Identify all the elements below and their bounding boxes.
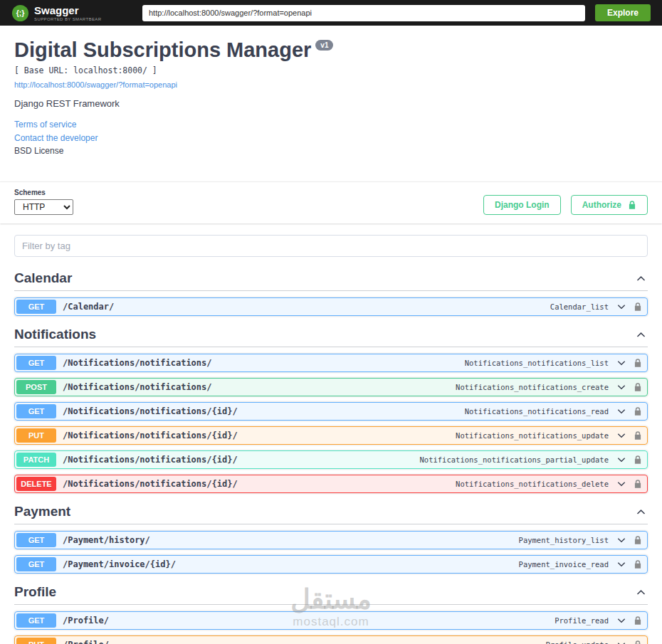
filter-by-tag-input[interactable] bbox=[14, 235, 648, 257]
operation-id: Payment_history_list bbox=[519, 536, 613, 544]
method-badge: DELETE bbox=[16, 477, 56, 491]
contact-link[interactable]: Contact the developer bbox=[14, 132, 648, 145]
tag-title: Notifications bbox=[14, 327, 96, 342]
tag-header-calendar[interactable]: Calendar bbox=[14, 267, 648, 291]
operation-row[interactable]: GET /Calendar/ Calendar_list bbox=[14, 297, 648, 316]
lock-icon[interactable] bbox=[630, 302, 646, 312]
operation-row[interactable]: PUT /Notifications/notifications/{id}/ N… bbox=[14, 426, 648, 445]
tag-header-profile[interactable]: Profile bbox=[14, 581, 648, 605]
method-badge: PUT bbox=[16, 638, 56, 644]
chevron-down-icon[interactable] bbox=[613, 455, 630, 465]
terms-link[interactable]: Terms of service bbox=[14, 118, 648, 132]
authorize-label: Authorize bbox=[582, 200, 621, 210]
operation-row[interactable]: PATCH /Notifications/notifications/{id}/… bbox=[14, 450, 648, 469]
schemes-block: Schemes HTTP bbox=[14, 189, 73, 215]
chevron-down-icon[interactable] bbox=[613, 535, 630, 545]
method-badge: GET bbox=[16, 613, 56, 628]
chevron-down-icon[interactable] bbox=[613, 358, 630, 368]
method-badge: GET bbox=[16, 557, 56, 571]
operation-path: /Calendar/ bbox=[63, 302, 114, 312]
chevron-up-icon[interactable] bbox=[636, 329, 646, 340]
operation-row[interactable]: GET /Profile/ Profile_read bbox=[14, 611, 648, 630]
operation-id: Calendar_list bbox=[550, 302, 613, 311]
authorize-button[interactable]: Authorize bbox=[571, 195, 648, 215]
method-badge: GET bbox=[16, 356, 56, 370]
page-title: Digital Subscriptions Manager v1 bbox=[14, 38, 648, 62]
api-description: Django REST Framework bbox=[14, 98, 648, 109]
operation-id: Notifications_notifications_create bbox=[456, 383, 613, 391]
base-url: [ Base URL: localhost:8000/ ] bbox=[14, 65, 648, 75]
operation-path: /Notifications/notifications/{id}/ bbox=[63, 455, 238, 465]
tag-title: Payment bbox=[14, 504, 70, 519]
chevron-up-icon[interactable] bbox=[636, 587, 646, 598]
lock-icon[interactable] bbox=[630, 431, 646, 440]
tag-header-payment[interactable]: Payment bbox=[14, 500, 648, 524]
lock-icon bbox=[628, 200, 636, 210]
lock-icon[interactable] bbox=[630, 559, 646, 569]
lock-icon[interactable] bbox=[630, 479, 646, 489]
schemes-label: Schemes bbox=[14, 189, 73, 196]
brand-name: Swagger bbox=[34, 5, 102, 16]
operation-id: Notifications_notifications_partial_upda… bbox=[419, 455, 613, 464]
chevron-up-icon[interactable] bbox=[636, 507, 646, 517]
method-badge: PATCH bbox=[16, 453, 56, 467]
license-label: BSD License bbox=[14, 146, 648, 156]
operation-path: /Payment/history/ bbox=[63, 535, 150, 545]
operation-row[interactable]: DELETE /Notifications/notifications/{id}… bbox=[14, 475, 648, 493]
svg-text:{;}: {;} bbox=[16, 9, 25, 17]
operation-path: /Profile/ bbox=[63, 640, 109, 644]
django-login-button[interactable]: Django Login bbox=[483, 195, 561, 215]
operation-row[interactable]: PUT /Profile/ Profile_update bbox=[14, 635, 648, 644]
tag-title: Calendar bbox=[14, 270, 72, 286]
operation-path: /Notifications/notifications/{id}/ bbox=[63, 406, 238, 416]
operation-id: Profile_update bbox=[545, 640, 613, 644]
chevron-down-icon[interactable] bbox=[613, 640, 630, 644]
lock-icon[interactable] bbox=[630, 616, 646, 625]
scheme-container: Schemes HTTP Django Login Authorize bbox=[0, 181, 662, 223]
version-badge: v1 bbox=[315, 40, 333, 51]
lock-icon[interactable] bbox=[630, 640, 646, 644]
chevron-down-icon[interactable] bbox=[613, 406, 630, 416]
tag-section-profile: Profile GET /Profile/ Profile_read PUT /… bbox=[14, 581, 648, 644]
operation-path: /Notifications/notifications/{id}/ bbox=[63, 431, 238, 440]
operation-id: Notifications_notifications_read bbox=[465, 407, 613, 416]
operation-path: /Payment/invoice/{id}/ bbox=[63, 559, 176, 569]
scheme-select[interactable]: HTTP bbox=[14, 199, 73, 215]
auth-wrapper: Django Login Authorize bbox=[483, 195, 648, 215]
operation-row[interactable]: GET /Payment/history/ Payment_history_li… bbox=[14, 531, 648, 549]
swagger-logo-icon: {;} bbox=[11, 4, 29, 22]
tag-section-calendar: Calendar GET /Calendar/ Calendar_list bbox=[14, 267, 648, 316]
operation-row[interactable]: GET /Payment/invoice/{id}/ Payment_invoi… bbox=[14, 555, 648, 574]
operation-id: Notifications_notifications_update bbox=[456, 431, 613, 440]
spec-link[interactable]: http://localhost:8000/swagger/?format=op… bbox=[14, 80, 177, 89]
operation-row[interactable]: GET /Notifications/notifications/ Notifi… bbox=[14, 354, 648, 372]
lock-icon[interactable] bbox=[630, 535, 646, 545]
operation-id: Notifications_notifications_delete bbox=[456, 480, 613, 488]
tag-header-notifications[interactable]: Notifications bbox=[14, 323, 648, 347]
operation-path: /Profile/ bbox=[63, 616, 109, 625]
operation-row[interactable]: GET /Notifications/notifications/{id}/ N… bbox=[14, 402, 648, 421]
tag-section-payment: Payment GET /Payment/history/ Payment_hi… bbox=[14, 500, 648, 574]
spec-url-input[interactable] bbox=[142, 5, 585, 21]
method-badge: GET bbox=[16, 533, 56, 547]
api-info: Digital Subscriptions Manager v1 [ Base … bbox=[0, 26, 662, 171]
chevron-down-icon[interactable] bbox=[613, 431, 630, 440]
topbar: {;} Swagger Supported by SMARTBEAR Explo… bbox=[0, 0, 662, 26]
chevron-down-icon[interactable] bbox=[613, 616, 630, 625]
swagger-brand: {;} Swagger Supported by SMARTBEAR bbox=[11, 4, 132, 22]
operation-path: /Notifications/notifications/ bbox=[63, 382, 212, 392]
method-badge: GET bbox=[16, 404, 56, 418]
lock-icon[interactable] bbox=[630, 358, 646, 368]
method-badge: PUT bbox=[16, 428, 56, 443]
explore-button[interactable]: Explore bbox=[595, 4, 651, 21]
chevron-down-icon[interactable] bbox=[613, 382, 630, 392]
chevron-down-icon[interactable] bbox=[613, 479, 630, 489]
chevron-down-icon[interactable] bbox=[613, 559, 630, 569]
lock-icon[interactable] bbox=[630, 406, 646, 416]
operation-path: /Notifications/notifications/ bbox=[63, 358, 212, 368]
chevron-down-icon[interactable] bbox=[613, 302, 630, 312]
lock-icon[interactable] bbox=[630, 382, 646, 392]
chevron-up-icon[interactable] bbox=[636, 273, 646, 284]
operation-row[interactable]: POST /Notifications/notifications/ Notif… bbox=[14, 378, 648, 396]
lock-icon[interactable] bbox=[630, 455, 646, 465]
